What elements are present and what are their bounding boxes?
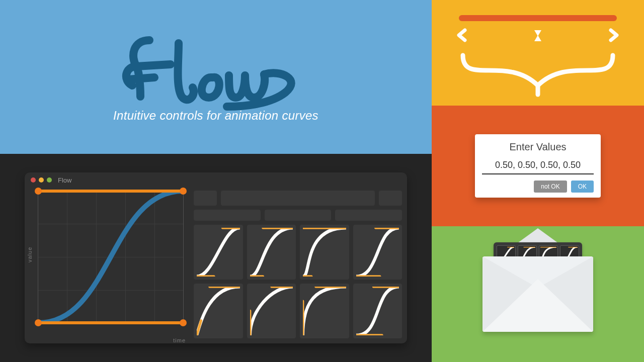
handle-rail-top[interactable]	[38, 190, 183, 193]
hero-panel: Intuitive controls for animation curves	[0, 0, 432, 154]
preset-tile-8[interactable]	[353, 284, 403, 338]
library-subtab-1[interactable]	[194, 210, 261, 221]
cancel-button[interactable]: not OK	[534, 180, 567, 193]
handle-rail-bottom[interactable]	[38, 321, 183, 324]
close-icon[interactable]	[31, 177, 36, 183]
ok-button[interactable]: OK	[571, 180, 594, 193]
chevron-left-icon[interactable]	[459, 30, 465, 40]
values-input[interactable]	[482, 158, 594, 174]
graph-editor[interactable]: value time	[25, 188, 191, 343]
handle-in-start[interactable]	[180, 319, 187, 326]
workspace-panel: Flow value time	[0, 154, 432, 362]
library-button-right[interactable]	[379, 191, 402, 206]
dialog-panel: Enter Values not OK OK	[432, 106, 644, 226]
preset-tile-6[interactable]	[247, 284, 296, 338]
preset-tile-3[interactable]	[300, 225, 349, 280]
zoom-icon[interactable]	[47, 177, 52, 183]
preset-tile-5[interactable]	[194, 284, 243, 338]
svg-marker-17	[534, 35, 541, 41]
library-subtab-2[interactable]	[265, 210, 332, 221]
titlebar[interactable]: Flow	[25, 172, 407, 188]
handle-start-point[interactable]	[35, 319, 42, 326]
preset-tile-7[interactable]	[300, 284, 349, 338]
preset-tile-2[interactable]	[247, 225, 296, 280]
hero-tagline: Intuitive controls for animation curves	[113, 109, 318, 123]
library-tab-main[interactable]	[221, 191, 375, 206]
preset-grid	[194, 225, 402, 338]
axis-x-label: time	[173, 337, 186, 343]
window-traffic-lights	[31, 177, 52, 183]
preset-tile-1[interactable]	[194, 225, 243, 280]
preset-tile-4[interactable]	[353, 225, 403, 280]
handle-end-point[interactable]	[180, 188, 187, 195]
library-button-left[interactable]	[194, 191, 217, 206]
minimize-icon[interactable]	[39, 177, 44, 183]
preset-library	[191, 188, 407, 343]
handle-out-end[interactable]	[35, 188, 42, 195]
flow-logo	[110, 31, 321, 112]
window-title: Flow	[58, 176, 71, 184]
dialog-title: Enter Values	[482, 141, 594, 153]
share-panel	[432, 226, 644, 362]
playhead-icon[interactable]	[534, 30, 541, 41]
library-subtab-3[interactable]	[335, 210, 402, 221]
envelope-icon	[482, 256, 593, 332]
graph-grid[interactable]	[38, 191, 184, 323]
app-window: Flow value time	[25, 172, 407, 343]
axis-y-label: value	[27, 247, 33, 262]
brace-icon	[463, 55, 613, 85]
bezier-curve	[38, 191, 183, 323]
selection-panel	[432, 0, 644, 106]
enter-values-dialog: Enter Values not OK OK	[475, 134, 601, 198]
chevron-right-icon[interactable]	[611, 30, 617, 40]
